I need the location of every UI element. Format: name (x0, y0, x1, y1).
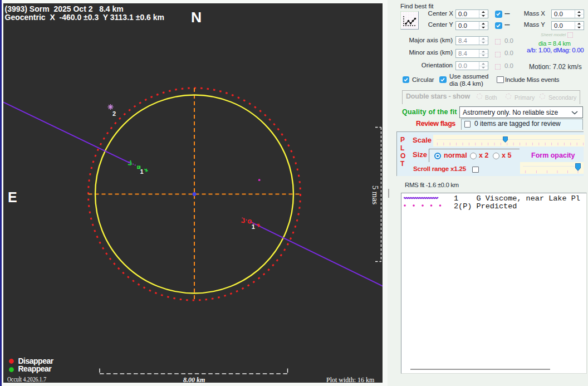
svg-text:1: 1 (140, 168, 144, 175)
svg-text:2: 2 (112, 110, 116, 117)
svg-text:1: 1 (252, 223, 255, 230)
